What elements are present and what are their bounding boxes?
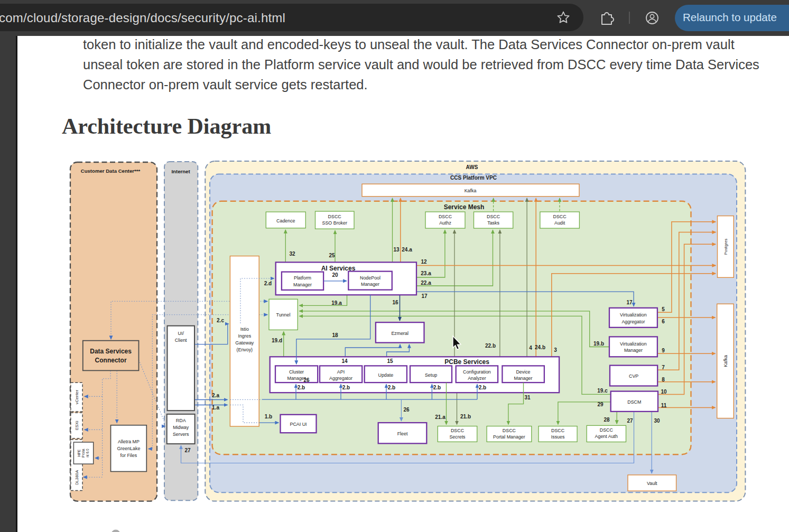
svg-text:13: 13 <box>393 247 400 253</box>
svg-text:DSCC: DSCC <box>451 428 465 433</box>
svg-text:Portal Manager: Portal Manager <box>493 434 525 440</box>
svg-text:PCAI UI: PCAI UI <box>290 422 307 427</box>
svg-text:28: 28 <box>604 417 610 423</box>
svg-text:DSCC: DSCC <box>439 214 452 219</box>
svg-text:Manager: Manager <box>287 376 305 381</box>
svg-text:2.b: 2.b <box>342 385 350 390</box>
svg-text:17: 17 <box>626 300 633 305</box>
svg-text:2.b: 2.b <box>479 385 486 390</box>
svg-text:Ingres: Ingres <box>238 333 251 339</box>
svg-text:24.a: 24.a <box>402 247 412 253</box>
svg-text:20: 20 <box>332 272 338 278</box>
svg-text:19.c: 19.c <box>597 388 608 394</box>
svg-text:Connector: Connector <box>95 357 127 364</box>
svg-text:Ezmeral: Ezmeral <box>391 331 409 336</box>
svg-text:24.b: 24.b <box>535 344 545 350</box>
svg-text:2.b: 2.b <box>298 385 305 390</box>
svg-text:vCenter: vCenter <box>75 390 79 405</box>
svg-text:12: 12 <box>421 259 427 265</box>
svg-text:Aggregator: Aggregator <box>329 376 352 381</box>
svg-text:2.b: 2.b <box>433 385 441 390</box>
svg-text:for Files: for Files <box>120 453 137 458</box>
svg-text:Internet: Internet <box>171 169 190 174</box>
svg-text:nt 6.0: nt 6.0 <box>86 449 89 458</box>
svg-text:Agent Auth: Agent Auth <box>595 434 618 439</box>
svg-text:1.b: 1.b <box>265 414 272 419</box>
svg-text:2.c: 2.c <box>217 318 224 323</box>
svg-text:Manager: Manager <box>293 282 312 287</box>
svg-text:21.b: 21.b <box>460 414 471 419</box>
svg-text:22.a: 22.a <box>421 280 431 286</box>
svg-text:Service Mesh: Service Mesh <box>444 203 485 211</box>
svg-text:3: 3 <box>554 347 557 353</box>
svg-text:Istio: Istio <box>240 326 249 332</box>
svg-text:Setup: Setup <box>425 372 437 378</box>
svg-text:Platform: Platform <box>294 275 311 281</box>
svg-text:RDA: RDA <box>176 418 186 423</box>
svg-text:SSO Broker: SSO Broker <box>322 220 347 226</box>
svg-text:Secrets: Secrets <box>449 434 466 440</box>
svg-text:Alletra MP: Alletra MP <box>118 439 140 444</box>
svg-text:5: 5 <box>662 306 665 312</box>
svg-text:17: 17 <box>421 293 428 299</box>
svg-text:Cluster: Cluster <box>289 369 304 375</box>
svg-text:2.b: 2.b <box>388 385 395 390</box>
svg-text:Device: Device <box>516 369 530 375</box>
svg-text:NodePool: NodePool <box>360 275 380 281</box>
svg-text:DSCC: DSCC <box>487 214 500 219</box>
svg-text:29: 29 <box>597 402 604 407</box>
svg-text:26: 26 <box>303 377 310 383</box>
svg-text:15: 15 <box>387 358 393 364</box>
svg-text:30: 30 <box>654 418 660 424</box>
svg-text:9: 9 <box>662 348 665 353</box>
svg-text:HPE: HPE <box>77 449 81 456</box>
svg-text:Configuration: Configuration <box>463 369 491 375</box>
svg-text:27: 27 <box>627 418 633 424</box>
svg-text:27: 27 <box>184 447 191 453</box>
svg-text:Aggregator: Aggregator <box>621 319 645 324</box>
svg-text:Gateway: Gateway <box>235 340 254 346</box>
svg-text:Data Services: Data Services <box>90 348 132 355</box>
svg-text:Prolia: Prolia <box>81 449 85 458</box>
svg-text:32: 32 <box>289 251 295 257</box>
svg-text:11: 11 <box>661 403 667 408</box>
svg-text:Client: Client <box>175 338 187 343</box>
svg-text:DSCC: DSCC <box>503 428 516 433</box>
svg-text:AWS: AWS <box>466 164 478 170</box>
svg-text:Manager: Manager <box>624 348 643 353</box>
svg-text:31: 31 <box>524 395 531 400</box>
svg-text:Kafka: Kafka <box>723 355 728 367</box>
svg-text:Virtualization: Virtualization <box>620 341 647 347</box>
svg-text:8: 8 <box>662 377 665 382</box>
svg-text:DL380A: DL380A <box>75 470 79 485</box>
svg-text:19.b: 19.b <box>593 341 604 347</box>
svg-text:Customer Data Center***: Customer Data Center*** <box>81 168 141 174</box>
svg-text:Postgres: Postgres <box>723 239 728 255</box>
svg-text:DSCM: DSCM <box>627 399 641 405</box>
svg-text:14: 14 <box>341 358 348 364</box>
svg-text:19.d: 19.d <box>272 338 282 343</box>
svg-text:DSCC: DSCC <box>600 427 614 433</box>
svg-text:25: 25 <box>329 253 335 258</box>
svg-text:21.a: 21.a <box>435 414 445 420</box>
svg-text:Manager: Manager <box>361 282 379 287</box>
svg-text:22.b: 22.b <box>485 343 496 349</box>
svg-text:ESXi: ESXi <box>75 421 79 431</box>
svg-text:DSCC: DSCC <box>328 214 342 219</box>
svg-text:API: API <box>337 369 345 375</box>
svg-text:Cadence: Cadence <box>276 218 295 223</box>
svg-text:Authz: Authz <box>439 220 451 226</box>
svg-text:18: 18 <box>332 332 338 338</box>
svg-text:2.d: 2.d <box>264 281 272 286</box>
svg-text:Virtualization: Virtualization <box>620 312 647 318</box>
svg-text:Issues: Issues <box>551 434 565 440</box>
svg-text:CCS Platform VPC: CCS Platform VPC <box>450 175 497 181</box>
svg-text:UI/: UI/ <box>178 331 184 336</box>
svg-text:CVP: CVP <box>629 374 638 379</box>
svg-text:10: 10 <box>661 389 667 395</box>
svg-text:23.a: 23.a <box>421 270 431 276</box>
svg-text:Midway: Midway <box>173 425 189 430</box>
svg-text:AI Services: AI Services <box>321 265 356 272</box>
svg-text:2.a: 2.a <box>212 393 219 398</box>
svg-text:Tunnel: Tunnel <box>276 312 291 318</box>
